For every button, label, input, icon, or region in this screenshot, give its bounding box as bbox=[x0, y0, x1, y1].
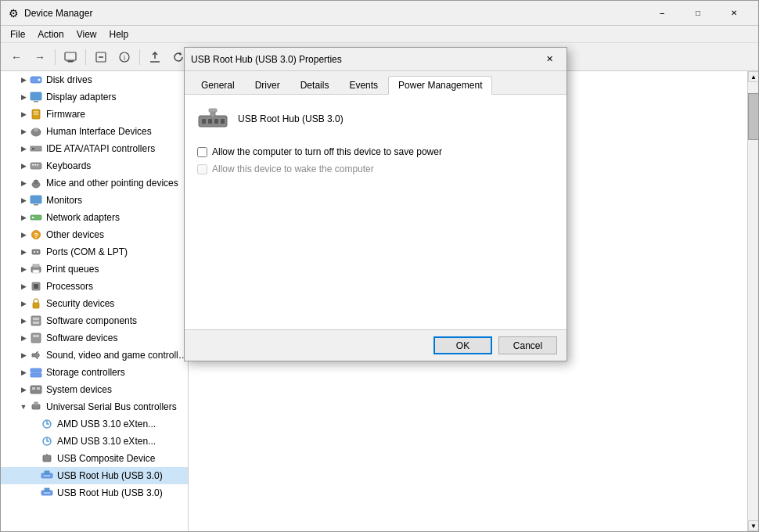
svg-rect-22 bbox=[37, 164, 38, 166]
security-label: Security devices bbox=[46, 298, 114, 309]
tree-item-usb-composite[interactable]: ▶ USB Composite Device bbox=[1, 450, 188, 467]
tree-item-monitors[interactable]: ▶ Monitors bbox=[1, 192, 188, 209]
svg-rect-32 bbox=[32, 250, 40, 254]
other-label: Other devices bbox=[46, 229, 104, 240]
dialog-close-button[interactable]: ✕ bbox=[538, 51, 560, 68]
tree-item-security[interactable]: ▶ Security devices bbox=[1, 295, 188, 312]
tree-item-software-components[interactable]: ▶ Software components bbox=[1, 312, 188, 329]
scroll-thumb[interactable] bbox=[748, 93, 758, 140]
back-button[interactable]: ← bbox=[5, 46, 27, 68]
svg-rect-47 bbox=[31, 368, 41, 372]
tree-item-firmware[interactable]: ▶ Firmware bbox=[1, 106, 188, 123]
svg-rect-26 bbox=[31, 196, 41, 203]
svg-rect-21 bbox=[34, 164, 36, 166]
sw-devices-icon bbox=[29, 332, 43, 344]
tree-item-sound[interactable]: ▶ Sound, video and game controllers bbox=[1, 347, 188, 364]
close-button[interactable]: ✕ bbox=[716, 1, 752, 26]
sw-components-label: Software components bbox=[46, 315, 137, 326]
window-title: Device Manager bbox=[24, 8, 644, 19]
storage-label: Storage controllers bbox=[46, 367, 125, 378]
expand-icon: ▶ bbox=[18, 178, 29, 189]
svg-rect-50 bbox=[32, 387, 35, 390]
svg-rect-42 bbox=[33, 318, 39, 320]
svg-rect-65 bbox=[202, 119, 206, 124]
tree-item-processors[interactable]: ▶ Processors bbox=[1, 278, 188, 295]
keyboards-label: Keyboards bbox=[46, 160, 91, 171]
svg-rect-27 bbox=[34, 204, 38, 206]
cancel-button[interactable]: Cancel bbox=[498, 336, 557, 354]
tree-item-disk-drives[interactable]: ▶ Disk drives bbox=[1, 71, 188, 88]
tree-item-amd-usb-2[interactable]: ▶ AMD USB 3.10 eXten... bbox=[1, 433, 188, 450]
dialog-title: USB Root Hub (USB 3.0) Properties bbox=[191, 54, 538, 65]
menu-action[interactable]: Action bbox=[31, 27, 70, 41]
system-icon bbox=[29, 383, 43, 396]
app-icon: ⚙ bbox=[7, 7, 20, 20]
update-button[interactable] bbox=[144, 46, 166, 68]
tree-item-ports[interactable]: ▶ Ports (COM & LPT) bbox=[1, 243, 188, 261]
svg-rect-40 bbox=[33, 303, 39, 308]
tree-item-hid[interactable]: ▶ Human Interface Devices bbox=[1, 123, 188, 140]
usb-controller-icon bbox=[29, 401, 43, 413]
svg-rect-53 bbox=[34, 402, 38, 405]
tree-item-other[interactable]: ▶ ? Other devices bbox=[1, 226, 188, 243]
tree-item-usb-root-1[interactable]: ▶ USB Root Hub (USB 3.0) bbox=[1, 467, 188, 484]
hid-label: Human Interface Devices bbox=[46, 126, 152, 137]
menu-help[interactable]: Help bbox=[103, 27, 135, 41]
tab-events[interactable]: Events bbox=[339, 76, 388, 95]
svg-rect-70 bbox=[209, 109, 217, 112]
forward-button[interactable]: → bbox=[29, 46, 51, 68]
ok-button[interactable]: OK bbox=[433, 336, 492, 354]
allow-turnoff-checkbox[interactable] bbox=[197, 147, 207, 157]
svg-rect-39 bbox=[34, 284, 38, 289]
usb-root-1-label: USB Root Hub (USB 3.0) bbox=[57, 470, 163, 481]
tab-general[interactable]: General bbox=[191, 76, 245, 95]
expand-icon: ▶ bbox=[18, 298, 29, 309]
computer-button[interactable] bbox=[59, 46, 81, 68]
toolbar-separator-3 bbox=[139, 49, 140, 65]
tree-item-print[interactable]: ▶ Print queues bbox=[1, 261, 188, 278]
expand-icon: ▶ bbox=[18, 281, 29, 292]
dialog-footer: OK Cancel bbox=[185, 329, 567, 361]
usb-composite-label: USB Composite Device bbox=[57, 453, 155, 464]
svg-rect-43 bbox=[33, 322, 39, 324]
ide-icon bbox=[29, 142, 43, 155]
dialog-content: USB Root Hub (USB 3.0) Allow the compute… bbox=[185, 95, 567, 329]
allow-wake-checkbox[interactable] bbox=[197, 164, 207, 174]
tree-panel: ▶ Disk drives ▶ Display adapters ▶ Firmw… bbox=[1, 71, 189, 531]
tree-item-usb[interactable]: ▼ Universal Serial Bus controllers bbox=[1, 398, 188, 415]
tab-details[interactable]: Details bbox=[290, 76, 340, 95]
allow-turnoff-label[interactable]: Allow the computer to turn off this devi… bbox=[212, 146, 442, 157]
tree-item-storage[interactable]: ▶ Storage controllers bbox=[1, 364, 188, 381]
menu-view[interactable]: View bbox=[70, 27, 103, 41]
tree-item-system[interactable]: ▶ System devices bbox=[1, 381, 188, 398]
menu-file[interactable]: File bbox=[4, 27, 31, 41]
sw-components-icon bbox=[29, 315, 43, 327]
svg-rect-51 bbox=[37, 387, 40, 390]
properties-button[interactable]: i bbox=[113, 46, 135, 68]
tree-item-display-adapters[interactable]: ▶ Display adapters bbox=[1, 88, 188, 106]
tree-item-ide[interactable]: ▶ IDE ATA/ATAPI controllers bbox=[1, 140, 188, 157]
tree-item-network[interactable]: ▶ Network adapters bbox=[1, 209, 188, 226]
tree-item-keyboards[interactable]: ▶ Keyboards bbox=[1, 157, 188, 174]
expand-icon: ▶ bbox=[18, 350, 29, 361]
maximize-button[interactable]: □ bbox=[680, 1, 716, 26]
tree-item-amd-usb-1[interactable]: ▶ AMD USB 3.10 eXten... bbox=[1, 415, 188, 433]
tab-power-management[interactable]: Power Management bbox=[388, 76, 492, 95]
firmware-label: Firmware bbox=[46, 109, 85, 120]
tree-item-mice[interactable]: ▶ Mice and other pointing devices bbox=[1, 174, 188, 192]
allow-wake-row: Allow this device to wake the computer bbox=[197, 164, 554, 174]
tree-item-software-devices[interactable]: ▶ Software devices bbox=[1, 329, 188, 347]
allow-turnoff-row: Allow the computer to turn off this devi… bbox=[197, 146, 554, 157]
expand-icon: ▶ bbox=[18, 264, 29, 275]
scroll-up-button[interactable]: ▲ bbox=[748, 71, 758, 82]
print-label: Print queues bbox=[46, 264, 99, 275]
tree-item-usb-root-2[interactable]: ▶ USB Root Hub (USB 3.0) bbox=[1, 484, 188, 501]
minimize-button[interactable]: ‒ bbox=[644, 1, 680, 26]
toolbar-separator-1 bbox=[55, 49, 56, 65]
toolbar-separator-2 bbox=[85, 49, 86, 65]
uninstall-button[interactable] bbox=[90, 46, 112, 68]
keyboard-icon bbox=[29, 160, 43, 172]
expand-icon: ▶ bbox=[18, 332, 29, 343]
tab-driver[interactable]: Driver bbox=[245, 76, 290, 95]
scroll-down-button[interactable]: ▼ bbox=[748, 520, 758, 531]
